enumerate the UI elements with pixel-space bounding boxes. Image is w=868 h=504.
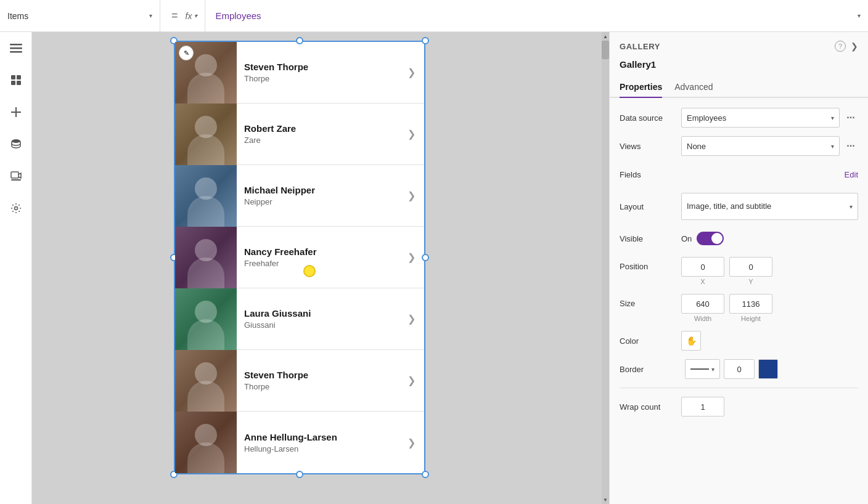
data-source-value: Employees ▾ ··· (681, 108, 858, 128)
gallery-item-subtitle: Zare (244, 136, 400, 145)
gallery-item-info: Anne Hellung-LarsenHellung-Larsen (237, 432, 407, 453)
gallery-widget[interactable]: ✎ Steven ThorpeThorpe❯Robert ZareZare❯Mi… (174, 41, 425, 474)
scroll-down-arrow[interactable]: ▼ (602, 495, 609, 504)
items-dropdown[interactable]: Items ▾ (0, 0, 160, 31)
gallery-edit-icon[interactable]: ✎ (179, 46, 194, 60)
gallery-item[interactable]: Steven ThorpeThorpe❯ (175, 350, 424, 412)
svg-rect-2 (10, 51, 22, 53)
formula-bar[interactable]: Employees (205, 10, 858, 21)
gallery-item-name: Steven Thorpe (244, 62, 400, 72)
scroll-thumb[interactable] (602, 41, 609, 59)
gallery-item-photo (175, 412, 237, 473)
formula-dropdown-arrow-icon[interactable]: ▾ (858, 12, 861, 19)
svg-rect-11 (11, 179, 21, 181)
data-source-row: Data source Employees ▾ ··· (620, 108, 858, 128)
panel-help-icon[interactable]: ? (835, 41, 846, 52)
gallery-item-info: Michael NeipperNeipper (237, 185, 407, 206)
position-inputs: 0 X 0 Y (681, 257, 772, 285)
gallery-item-name: Robert Zare (244, 123, 400, 134)
sidebar-item-layers[interactable] (6, 70, 26, 90)
border-color-swatch[interactable] (758, 359, 778, 379)
size-width-group: 640 Width (681, 294, 724, 322)
sidebar-item-tools[interactable] (6, 198, 26, 218)
layout-arrow-icon: ▾ (850, 203, 853, 210)
views-more-button[interactable]: ··· (843, 136, 858, 156)
gallery-item[interactable]: Michael NeipperNeipper❯ (175, 165, 424, 227)
tab-advanced[interactable]: Advanced (674, 77, 713, 98)
visible-label: Visible (620, 234, 681, 243)
gallery-item[interactable]: Anne Hellung-LarsenHellung-Larsen❯ (175, 412, 424, 473)
sidebar-item-hamburger[interactable] (6, 38, 26, 58)
gallery-item-photo (175, 288, 237, 350)
sidebar-item-add[interactable] (6, 102, 26, 122)
gallery-item-info: Nancy FreehaferFreehafer (237, 246, 407, 268)
gallery-item-chevron-icon: ❯ (407, 375, 424, 386)
svg-rect-8 (11, 112, 21, 113)
resize-handle-right[interactable] (422, 254, 429, 261)
data-source-more-button[interactable]: ··· (843, 108, 858, 128)
views-dropdown[interactable]: None ▾ (681, 136, 840, 156)
gallery-item-subtitle: Neipper (244, 197, 400, 206)
border-row: Border ▾ 0 (620, 359, 858, 379)
panel-header: GALLERY ? ❯ (610, 32, 868, 57)
sidebar-item-media[interactable] (6, 166, 26, 186)
canvas-scrollbar[interactable]: ▲ ▼ (602, 32, 609, 504)
items-arrow-icon: ▾ (149, 12, 152, 19)
position-x-input[interactable]: 0 (681, 257, 724, 277)
gallery-item-name: Laura Giussani (244, 308, 400, 319)
gallery-item[interactable]: Robert ZareZare❯ (175, 104, 424, 165)
size-inputs: 640 Width 1136 Height (681, 294, 772, 322)
scroll-up-arrow[interactable]: ▲ (602, 32, 609, 41)
position-y-group: 0 Y (729, 257, 772, 285)
svg-rect-3 (11, 75, 15, 79)
canvas-area: ✎ Steven ThorpeThorpe❯Robert ZareZare❯Mi… (32, 32, 609, 504)
gallery-item-subtitle: Giussani (244, 320, 400, 330)
svg-rect-5 (11, 81, 15, 85)
position-y-input[interactable]: 0 (729, 257, 772, 277)
svg-rect-6 (17, 81, 21, 85)
border-line-preview (690, 368, 709, 370)
visible-toggle[interactable]: On (681, 232, 724, 245)
gallery-item-info: Steven ThorpeThorpe (237, 62, 407, 83)
position-row: Position 0 X 0 Y (620, 257, 858, 285)
views-value: None ▾ ··· (681, 136, 858, 156)
data-source-dropdown[interactable]: Employees ▾ (681, 108, 840, 128)
gallery-item[interactable]: Nancy FreehaferFreehafer❯ (175, 227, 424, 288)
resize-handle-bottom-center[interactable] (296, 471, 303, 478)
tab-properties[interactable]: Properties (620, 77, 662, 98)
color-swatch[interactable]: ✋ (681, 331, 701, 351)
visible-value: On (681, 232, 858, 245)
wrap-count-label: Wrap count (620, 402, 681, 412)
sidebar-item-database[interactable] (6, 134, 26, 154)
gallery-item-photo (175, 104, 237, 165)
resize-handle-top-center[interactable] (296, 37, 303, 44)
width-label: Width (694, 315, 711, 322)
fields-edit-link[interactable]: Edit (681, 170, 858, 179)
gallery-item-chevron-icon: ❯ (407, 437, 424, 449)
wrap-count-value: 1 (681, 397, 858, 417)
color-value: ✋ (681, 331, 858, 351)
visible-row: Visible On (620, 229, 858, 248)
resize-handle-top-right[interactable] (422, 37, 429, 44)
gallery-item[interactable]: Steven ThorpeThorpe❯ (175, 42, 424, 104)
resize-handle-bottom-right[interactable] (422, 471, 429, 478)
border-style-arrow-icon: ▾ (711, 366, 714, 373)
gallery-item-chevron-icon: ❯ (407, 67, 424, 78)
size-height-input[interactable]: 1136 (729, 294, 772, 314)
gallery-name: Gallery1 (610, 57, 868, 77)
gallery-item-name: Steven Thorpe (244, 370, 400, 380)
visible-toggle-switch[interactable] (697, 232, 724, 245)
size-width-input[interactable]: 640 (681, 294, 724, 314)
size-label: Size (620, 294, 681, 308)
fx-button[interactable]: fx ▾ (186, 11, 198, 21)
border-style-control[interactable]: ▾ (685, 359, 720, 379)
border-width-input[interactable]: 0 (724, 359, 755, 379)
layout-dropdown[interactable]: Image, title, and subtitle ▾ (681, 193, 858, 220)
top-bar: Items ▾ = fx ▾ Employees ▾ (0, 0, 868, 32)
items-label: Items (7, 11, 144, 21)
panel-expand-icon[interactable]: ❯ (851, 41, 858, 51)
gallery-item[interactable]: Laura GiussaniGiussani❯ (175, 288, 424, 350)
svg-point-9 (12, 139, 20, 143)
position-x-group: 0 X (681, 257, 724, 285)
wrap-count-input[interactable]: 1 (681, 397, 724, 417)
